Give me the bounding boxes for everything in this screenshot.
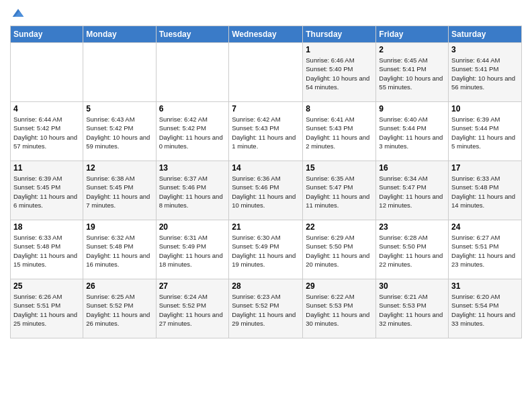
logo-text bbox=[10, 7, 25, 20]
calendar-day-cell: 18Sunrise: 6:33 AMSunset: 5:48 PMDayligh… bbox=[11, 220, 83, 279]
calendar-day-cell: 12Sunrise: 6:38 AMSunset: 5:45 PMDayligh… bbox=[83, 161, 156, 220]
day-info: Sunrise: 6:30 AMSunset: 5:49 PMDaylight:… bbox=[232, 233, 300, 269]
day-info: Sunrise: 6:43 AMSunset: 5:42 PMDaylight:… bbox=[86, 115, 152, 150]
day-info: Sunrise: 6:44 AMSunset: 5:42 PMDaylight:… bbox=[13, 115, 80, 150]
calendar-day-header: Sunday bbox=[11, 26, 83, 43]
main-container: SundayMondayTuesdayWednesdayThursdayFrid… bbox=[0, 0, 532, 345]
calendar-day-cell: 13Sunrise: 6:37 AMSunset: 5:46 PMDayligh… bbox=[156, 161, 229, 220]
day-number: 10 bbox=[451, 104, 519, 113]
calendar-day-cell: 8Sunrise: 6:41 AMSunset: 5:43 PMDaylight… bbox=[303, 102, 376, 161]
calendar-day-cell bbox=[11, 43, 83, 102]
day-info: Sunrise: 6:20 AMSunset: 5:54 PMDaylight:… bbox=[451, 292, 519, 328]
day-number: 4 bbox=[13, 104, 80, 113]
day-number: 14 bbox=[232, 163, 300, 173]
day-info: Sunrise: 6:46 AMSunset: 5:40 PMDaylight:… bbox=[306, 56, 373, 91]
calendar-day-cell: 17Sunrise: 6:33 AMSunset: 5:48 PMDayligh… bbox=[449, 161, 522, 220]
day-info: Sunrise: 6:22 AMSunset: 5:53 PMDaylight:… bbox=[306, 292, 373, 328]
header bbox=[10, 7, 522, 20]
day-number: 27 bbox=[159, 281, 226, 291]
day-number: 7 bbox=[232, 104, 300, 113]
logo-icon bbox=[11, 7, 25, 20]
day-number: 18 bbox=[13, 222, 80, 232]
calendar-day-cell: 4Sunrise: 6:44 AMSunset: 5:42 PMDaylight… bbox=[11, 102, 83, 161]
calendar-day-header: Friday bbox=[376, 26, 449, 43]
day-number: 24 bbox=[451, 222, 519, 232]
day-number: 30 bbox=[379, 281, 445, 291]
day-info: Sunrise: 6:34 AMSunset: 5:47 PMDaylight:… bbox=[379, 174, 445, 210]
calendar-day-header: Tuesday bbox=[156, 26, 229, 43]
day-number: 20 bbox=[159, 222, 226, 232]
calendar-day-header: Saturday bbox=[449, 26, 522, 43]
day-number: 1 bbox=[306, 45, 373, 54]
day-info: Sunrise: 6:39 AMSunset: 5:44 PMDaylight:… bbox=[451, 115, 519, 150]
calendar-day-header: Thursday bbox=[303, 26, 376, 43]
day-number: 29 bbox=[306, 281, 373, 291]
calendar-week-row: 18Sunrise: 6:33 AMSunset: 5:48 PMDayligh… bbox=[11, 220, 522, 279]
calendar-day-cell: 7Sunrise: 6:42 AMSunset: 5:43 PMDaylight… bbox=[229, 102, 303, 161]
calendar-day-cell: 2Sunrise: 6:45 AMSunset: 5:41 PMDaylight… bbox=[376, 43, 449, 102]
day-info: Sunrise: 6:37 AMSunset: 5:46 PMDaylight:… bbox=[159, 174, 226, 210]
day-number: 13 bbox=[159, 163, 226, 173]
calendar-day-cell: 16Sunrise: 6:34 AMSunset: 5:47 PMDayligh… bbox=[376, 161, 449, 220]
calendar-day-header: Monday bbox=[83, 26, 156, 43]
day-info: Sunrise: 6:23 AMSunset: 5:52 PMDaylight:… bbox=[232, 292, 300, 328]
calendar-day-cell: 23Sunrise: 6:28 AMSunset: 5:50 PMDayligh… bbox=[376, 220, 449, 279]
day-info: Sunrise: 6:24 AMSunset: 5:52 PMDaylight:… bbox=[159, 292, 226, 328]
day-number: 9 bbox=[379, 104, 445, 113]
day-info: Sunrise: 6:33 AMSunset: 5:48 PMDaylight:… bbox=[13, 233, 80, 269]
day-info: Sunrise: 6:40 AMSunset: 5:44 PMDaylight:… bbox=[379, 115, 445, 150]
day-info: Sunrise: 6:41 AMSunset: 5:43 PMDaylight:… bbox=[306, 115, 373, 150]
calendar-day-cell: 21Sunrise: 6:30 AMSunset: 5:49 PMDayligh… bbox=[229, 220, 303, 279]
day-number: 21 bbox=[232, 222, 300, 232]
day-number: 15 bbox=[306, 163, 373, 173]
calendar-day-cell bbox=[229, 43, 303, 102]
day-info: Sunrise: 6:26 AMSunset: 5:51 PMDaylight:… bbox=[13, 292, 80, 328]
calendar-day-cell: 9Sunrise: 6:40 AMSunset: 5:44 PMDaylight… bbox=[376, 102, 449, 161]
calendar-day-cell: 26Sunrise: 6:25 AMSunset: 5:52 PMDayligh… bbox=[83, 279, 156, 338]
day-info: Sunrise: 6:21 AMSunset: 5:53 PMDaylight:… bbox=[379, 292, 445, 328]
day-info: Sunrise: 6:28 AMSunset: 5:50 PMDaylight:… bbox=[379, 233, 445, 269]
calendar-day-cell: 3Sunrise: 6:44 AMSunset: 5:41 PMDaylight… bbox=[449, 43, 522, 102]
day-number: 22 bbox=[306, 222, 373, 232]
day-info: Sunrise: 6:27 AMSunset: 5:51 PMDaylight:… bbox=[451, 233, 519, 269]
day-info: Sunrise: 6:38 AMSunset: 5:45 PMDaylight:… bbox=[86, 174, 152, 210]
day-number: 11 bbox=[13, 163, 80, 173]
day-info: Sunrise: 6:31 AMSunset: 5:49 PMDaylight:… bbox=[159, 233, 226, 269]
day-number: 25 bbox=[13, 281, 80, 291]
calendar-day-cell: 22Sunrise: 6:29 AMSunset: 5:50 PMDayligh… bbox=[303, 220, 376, 279]
calendar-day-cell: 11Sunrise: 6:39 AMSunset: 5:45 PMDayligh… bbox=[11, 161, 83, 220]
day-number: 16 bbox=[379, 163, 445, 173]
day-number: 31 bbox=[451, 281, 519, 291]
day-info: Sunrise: 6:29 AMSunset: 5:50 PMDaylight:… bbox=[306, 233, 373, 269]
day-info: Sunrise: 6:35 AMSunset: 5:47 PMDaylight:… bbox=[306, 174, 373, 210]
day-info: Sunrise: 6:45 AMSunset: 5:41 PMDaylight:… bbox=[379, 56, 445, 91]
calendar-day-cell: 31Sunrise: 6:20 AMSunset: 5:54 PMDayligh… bbox=[449, 279, 522, 338]
day-info: Sunrise: 6:44 AMSunset: 5:41 PMDaylight:… bbox=[451, 56, 519, 91]
day-number: 8 bbox=[306, 104, 373, 113]
calendar-day-cell: 24Sunrise: 6:27 AMSunset: 5:51 PMDayligh… bbox=[449, 220, 522, 279]
calendar-day-cell: 30Sunrise: 6:21 AMSunset: 5:53 PMDayligh… bbox=[376, 279, 449, 338]
calendar-day-cell: 19Sunrise: 6:32 AMSunset: 5:48 PMDayligh… bbox=[83, 220, 156, 279]
calendar-week-row: 11Sunrise: 6:39 AMSunset: 5:45 PMDayligh… bbox=[11, 161, 522, 220]
day-number: 6 bbox=[159, 104, 226, 113]
calendar-day-cell: 10Sunrise: 6:39 AMSunset: 5:44 PMDayligh… bbox=[449, 102, 522, 161]
calendar-day-cell: 14Sunrise: 6:36 AMSunset: 5:46 PMDayligh… bbox=[229, 161, 303, 220]
calendar-week-row: 4Sunrise: 6:44 AMSunset: 5:42 PMDaylight… bbox=[11, 102, 522, 161]
calendar-header-row: SundayMondayTuesdayWednesdayThursdayFrid… bbox=[11, 26, 522, 43]
calendar-day-header: Wednesday bbox=[229, 26, 303, 43]
calendar-day-cell: 1Sunrise: 6:46 AMSunset: 5:40 PMDaylight… bbox=[303, 43, 376, 102]
logo bbox=[10, 7, 25, 20]
day-number: 19 bbox=[86, 222, 152, 232]
day-info: Sunrise: 6:39 AMSunset: 5:45 PMDaylight:… bbox=[13, 174, 80, 210]
day-info: Sunrise: 6:42 AMSunset: 5:42 PMDaylight:… bbox=[159, 115, 226, 150]
calendar-day-cell: 6Sunrise: 6:42 AMSunset: 5:42 PMDaylight… bbox=[156, 102, 229, 161]
calendar-day-cell: 27Sunrise: 6:24 AMSunset: 5:52 PMDayligh… bbox=[156, 279, 229, 338]
day-info: Sunrise: 6:32 AMSunset: 5:48 PMDaylight:… bbox=[86, 233, 152, 269]
calendar-day-cell: 29Sunrise: 6:22 AMSunset: 5:53 PMDayligh… bbox=[303, 279, 376, 338]
day-info: Sunrise: 6:33 AMSunset: 5:48 PMDaylight:… bbox=[451, 174, 519, 210]
day-number: 23 bbox=[379, 222, 445, 232]
calendar-day-cell: 28Sunrise: 6:23 AMSunset: 5:52 PMDayligh… bbox=[229, 279, 303, 338]
calendar-week-row: 25Sunrise: 6:26 AMSunset: 5:51 PMDayligh… bbox=[11, 279, 522, 338]
calendar-week-row: 1Sunrise: 6:46 AMSunset: 5:40 PMDaylight… bbox=[11, 43, 522, 102]
day-number: 28 bbox=[232, 281, 300, 291]
